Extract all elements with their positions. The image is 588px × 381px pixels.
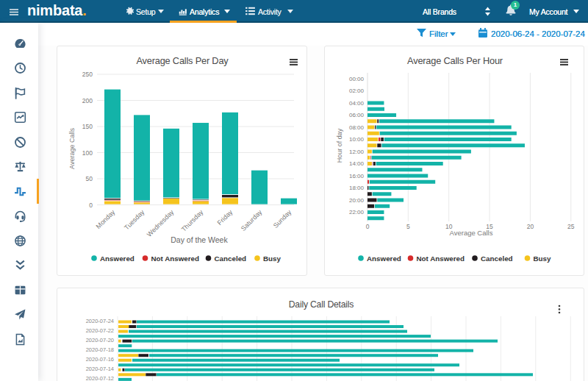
svg-text:2020-07-24: 2020-07-24 (86, 318, 114, 324)
svg-text:08:00: 08:00 (349, 124, 365, 131)
svg-text:0: 0 (89, 202, 93, 209)
svg-text:Busy: Busy (534, 254, 552, 263)
svg-text:16:00: 16:00 (349, 173, 365, 179)
svg-text:02:00: 02:00 (349, 88, 365, 94)
svg-text:2020-07-18: 2020-07-18 (86, 346, 114, 353)
svg-text:150: 150 (82, 123, 93, 130)
svg-text:0: 0 (366, 223, 370, 230)
svg-text:50: 50 (86, 175, 93, 182)
svg-text:10:00: 10:00 (349, 136, 365, 143)
svg-text:Hour of day: Hour of day (336, 128, 343, 163)
svg-text:25: 25 (567, 223, 575, 230)
svg-text:2020-07-16: 2020-07-16 (86, 356, 114, 363)
svg-text:00:00: 00:00 (349, 76, 365, 82)
svg-text:Answered: Answered (100, 254, 135, 263)
svg-text:12:00: 12:00 (349, 149, 365, 155)
svg-text:Canceled: Canceled (481, 254, 513, 263)
svg-text:20: 20 (527, 223, 534, 230)
svg-text:18:00: 18:00 (349, 185, 365, 191)
svg-text:Tuesday: Tuesday (123, 208, 146, 232)
svg-text:Not Answered: Not Answered (151, 254, 200, 263)
svg-text:Average Calls Per Hour: Average Calls Per Hour (407, 55, 503, 66)
svg-text:Answered: Answered (367, 254, 401, 263)
svg-text:Not Answered: Not Answered (417, 254, 465, 263)
svg-text:250: 250 (82, 71, 93, 78)
svg-text:Daily Call Details: Daily Call Details (289, 299, 354, 310)
svg-text:Busy: Busy (263, 254, 282, 263)
svg-text:Monday: Monday (95, 208, 117, 230)
svg-text:Sunday: Sunday (272, 208, 293, 229)
svg-text:Thursday: Thursday (180, 208, 205, 233)
svg-text:Average Calls: Average Calls (450, 229, 493, 237)
svg-text:2020-07-20: 2020-07-20 (86, 337, 114, 343)
svg-text:04:00: 04:00 (349, 100, 365, 107)
svg-text:5: 5 (406, 223, 410, 230)
svg-text:Friday: Friday (216, 208, 234, 227)
svg-text:Day of the Week: Day of the Week (171, 235, 228, 244)
svg-text:14:00: 14:00 (349, 160, 365, 167)
svg-text:20:00: 20:00 (349, 197, 365, 204)
svg-text:2020-07-12: 2020-07-12 (86, 375, 114, 381)
svg-text:Average Calls: Average Calls (68, 128, 76, 169)
svg-text:2020-07-22: 2020-07-22 (86, 327, 114, 334)
svg-text:2020-07-14: 2020-07-14 (86, 366, 114, 372)
svg-text:100: 100 (82, 149, 93, 157)
svg-text:Saturday: Saturday (240, 208, 264, 232)
svg-text:200: 200 (82, 97, 93, 104)
svg-text:Average Calls Per Day: Average Calls Per Day (136, 55, 229, 66)
svg-text:06:00: 06:00 (349, 112, 365, 118)
svg-text:Wednesday: Wednesday (146, 208, 176, 238)
svg-text:Canceled: Canceled (215, 254, 247, 263)
svg-text:22:00: 22:00 (349, 209, 365, 216)
